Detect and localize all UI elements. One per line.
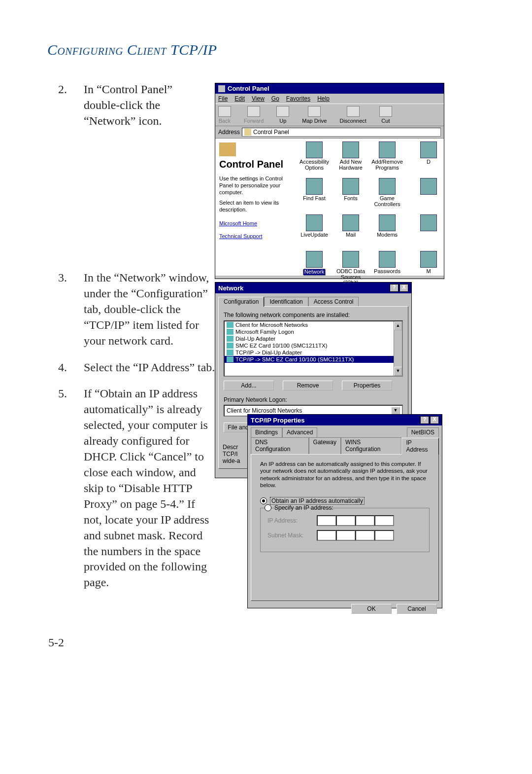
properties-button[interactable]: Properties xyxy=(342,381,392,390)
step-text: Select the “IP Address” tab. xyxy=(84,360,216,376)
remove-button[interactable]: Remove xyxy=(283,381,333,390)
help-button[interactable]: ? xyxy=(420,416,429,424)
applet-icon xyxy=(379,141,396,158)
ip-address-label: IP Address: xyxy=(267,517,312,524)
tab-advanced[interactable]: Advanced xyxy=(282,427,317,437)
tab-netbios[interactable]: NetBIOS xyxy=(407,427,439,437)
applet-icon xyxy=(379,251,396,268)
scrollbar[interactable]: ▲ ▼ xyxy=(394,321,402,376)
tab-configuration[interactable]: Configuration xyxy=(218,297,264,307)
back-button: Back xyxy=(218,106,231,124)
cp-item-partial[interactable] xyxy=(410,214,447,251)
back-icon xyxy=(218,106,231,117)
scroll-up-icon[interactable]: ▲ xyxy=(394,321,402,330)
cp-item-add-remove-programs[interactable]: Add/Remove Programs xyxy=(369,141,405,178)
ok-button[interactable]: OK xyxy=(351,604,392,614)
link-tech-support[interactable]: Technical Support xyxy=(219,233,290,239)
tab-dns[interactable]: DNS Configuration xyxy=(251,437,309,454)
cp-item-game-controllers[interactable]: Game Controllers xyxy=(369,178,405,214)
list-item[interactable]: Dial-Up Adapter xyxy=(225,335,402,342)
component-icon xyxy=(227,322,233,328)
icon-grid: Accessibility OptionsAdd New HardwareAdd… xyxy=(294,139,444,276)
component-label: Microsoft Family Logon xyxy=(235,329,294,335)
cp-item-partial[interactable] xyxy=(410,178,447,214)
cp-item-modems[interactable]: Modems xyxy=(369,214,405,251)
menu-favorites[interactable]: Favorites xyxy=(286,95,310,102)
cp-item-liveupdate[interactable]: LiveUpdate xyxy=(296,214,332,251)
add-button[interactable]: Add... xyxy=(224,381,274,390)
tab-access-control[interactable]: Access Control xyxy=(308,297,359,307)
disconnect-button[interactable]: Disconnect xyxy=(339,106,366,124)
window-title: Control Panel xyxy=(228,85,269,92)
applet-label: Accessibility Options xyxy=(296,159,332,171)
applet-icon xyxy=(306,178,323,195)
cut-button[interactable]: Cut xyxy=(379,106,392,124)
component-label: TCP/IP -> Dial-Up Adapter xyxy=(235,350,302,355)
applet-icon xyxy=(342,251,359,268)
info-desc1: Use the settings in Control Panel to per… xyxy=(219,176,290,196)
menu-go[interactable]: Go xyxy=(271,95,279,102)
cp-item-accessibility-options[interactable]: Accessibility Options xyxy=(296,141,332,178)
radio-icon xyxy=(260,497,267,504)
map-drive-button[interactable]: Map Drive xyxy=(302,106,327,124)
forward-button: Forward xyxy=(244,106,264,124)
menu-help[interactable]: Help xyxy=(317,95,330,102)
step-num: 4. xyxy=(58,360,84,376)
list-item[interactable]: SMC EZ Card 10/100 (SMC1211TX) xyxy=(225,342,402,349)
step-text: In the “Network” window, under the “Conf… xyxy=(84,270,216,349)
list-item[interactable]: Client for Microsoft Networks xyxy=(225,321,402,328)
list-item[interactable]: Microsoft Family Logon xyxy=(225,328,402,335)
cp-item-find-fast[interactable]: Find Fast xyxy=(296,178,332,214)
scroll-down-icon[interactable]: ▼ xyxy=(394,367,402,376)
cp-item-m[interactable]: M xyxy=(410,251,447,287)
applet-icon xyxy=(342,141,359,158)
forward-icon xyxy=(247,106,260,117)
up-button[interactable]: Up xyxy=(276,106,289,124)
step-text: If “Obtain an IP address automatically” … xyxy=(84,386,216,591)
applet-icon xyxy=(306,214,323,231)
link-ms-home[interactable]: Microsoft Home xyxy=(219,220,290,226)
description-text1: TCP/I xyxy=(223,451,238,457)
close-button[interactable]: X xyxy=(430,416,439,424)
applet-icon xyxy=(306,251,323,268)
description-label: Descr xyxy=(223,444,238,451)
radio-label: Obtain an IP address automatically xyxy=(270,497,365,505)
close-button[interactable]: X xyxy=(399,284,408,292)
cancel-button[interactable]: Cancel xyxy=(397,604,437,614)
component-icon xyxy=(227,336,233,342)
step-text: In “Control Panel” double-click the “Net… xyxy=(84,82,211,129)
tab-gateway[interactable]: Gateway xyxy=(309,437,341,454)
cp-item-add-new-hardware[interactable]: Add New Hardware xyxy=(332,141,369,178)
cp-item-d[interactable]: D xyxy=(410,141,447,178)
tab-bindings[interactable]: Bindings xyxy=(251,427,282,437)
applet-icon xyxy=(420,141,437,158)
combo-value: Client for Microsoft Networks xyxy=(227,407,302,414)
address-field[interactable]: Control Panel xyxy=(242,128,441,137)
step-num: 5. xyxy=(58,386,84,591)
chevron-down-icon[interactable]: ▼ xyxy=(391,407,400,415)
applet-label: Add New Hardware xyxy=(332,159,369,171)
radio-obtain-auto[interactable]: Obtain an IP address automatically xyxy=(260,497,430,505)
applet-label: D xyxy=(426,159,432,165)
cp-item-mail[interactable]: Mail xyxy=(332,214,369,251)
tab-identification[interactable]: Identification xyxy=(264,297,308,307)
info-pane: Control Panel Use the settings in Contro… xyxy=(215,139,294,276)
list-item[interactable]: TCP/IP -> SMC EZ Card 10/100 (SMC1211TX) xyxy=(225,356,402,363)
tab-wins[interactable]: WINS Configuration xyxy=(341,437,402,454)
applet-icon xyxy=(420,178,437,195)
info-desc2: Select an item to view its description. xyxy=(219,200,290,213)
radio-specify[interactable]: Specify an IP address: xyxy=(265,504,422,511)
menu-file[interactable]: File xyxy=(218,95,228,102)
menu-view[interactable]: View xyxy=(252,95,265,102)
menu-edit[interactable]: Edit xyxy=(234,95,245,102)
cp-item-fonts[interactable]: Fonts xyxy=(332,178,369,214)
tab-ip-address[interactable]: IP Address xyxy=(401,438,439,455)
list-item[interactable]: TCP/IP -> Dial-Up Adapter xyxy=(225,349,402,356)
components-listbox[interactable]: Client for Microsoft NetworksMicrosoft F… xyxy=(224,320,403,377)
applet-icon xyxy=(342,178,359,195)
help-button[interactable]: ? xyxy=(390,284,399,292)
applet-label: Network xyxy=(303,269,326,276)
map-drive-icon xyxy=(308,106,321,117)
folder-icon xyxy=(244,129,251,136)
specify-group: Specify an IP address: IP Address: Subne… xyxy=(260,508,430,552)
